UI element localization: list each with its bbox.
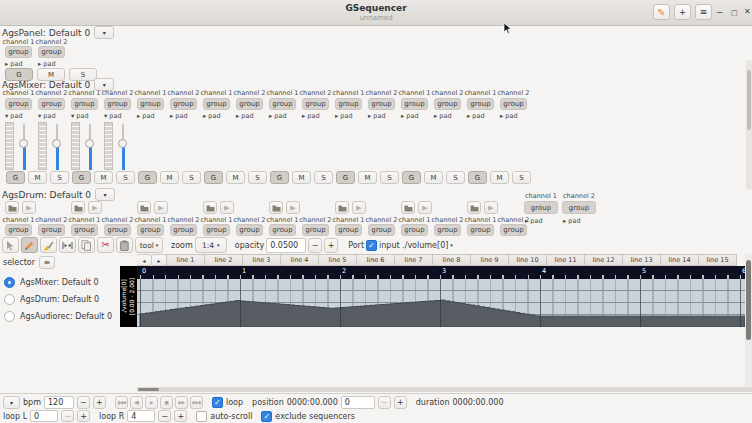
mixer-group-toggle[interactable]: G [204,171,223,184]
mixer-pad-expander[interactable]: ▸ pad [269,112,287,120]
tab-scroll-right-button[interactable]: ▸ [151,254,167,266]
drum-group-button[interactable]: group [236,224,263,236]
loop-right-decrease-button[interactable]: − [158,410,171,422]
mixer-mute-toggle[interactable]: M [358,171,377,184]
volume-slider[interactable] [51,122,64,172]
mixer-group-toggle[interactable]: G [72,171,91,184]
mixer-pad-expander[interactable]: ▸ pad [236,112,254,120]
mixer-group-button[interactable]: group [38,98,65,110]
bpm-input[interactable]: 120 [44,396,74,409]
volume-slider-handle[interactable] [19,139,28,148]
line-tab[interactable]: line 14 [660,254,699,266]
drum-play-button[interactable]: ▶ [418,201,432,214]
panel-group-button[interactable]: group [38,46,65,58]
selector-machine-item[interactable]: AgsMixer: Default 0 [4,274,112,291]
panel-pad-expander[interactable]: ▸ pad [38,60,56,68]
skip-forward-button[interactable]: ▶▶▮ [190,396,203,409]
line-tab[interactable]: line 15 [698,254,737,266]
drum-play-button[interactable]: ▶ [22,201,36,214]
mixer-group-button[interactable]: group [467,98,494,110]
mixer-group-button[interactable]: group [434,98,461,110]
minimize-button[interactable]: − [716,6,724,18]
drum-play-button[interactable]: ▶ [88,201,102,214]
mixer-group-button[interactable]: group [302,98,329,110]
drum-output-group-button[interactable]: group [524,201,558,214]
mixer-group-toggle[interactable]: G [270,171,289,184]
port-checkbox[interactable]: ✓ [366,240,377,251]
automation-edit-area[interactable] [137,279,745,327]
machine-radio[interactable] [4,277,15,288]
drum-open-button[interactable] [203,201,217,214]
close-button[interactable]: ✕ [744,6,751,18]
mixer-group-button[interactable]: group [269,98,296,110]
panel-group-button[interactable]: group [5,46,32,58]
line-tab[interactable]: line 5 [318,254,357,266]
navigation-expander-button[interactable]: ▾ [3,396,20,409]
titlebar[interactable]: GSequencer unnamed ✎ + ≡ − □ ✕ [0,0,752,26]
paste-button[interactable] [116,237,133,253]
drum-group-button[interactable]: group [302,224,329,236]
cut-button[interactable]: ✂ [97,237,114,253]
mixer-group-toggle[interactable]: G [6,171,25,184]
mixer-pad-expander[interactable]: ▸ pad [500,112,518,120]
mixer-group-button[interactable]: group [137,98,164,110]
line-tab[interactable]: line 11 [546,254,585,266]
line-tab[interactable]: line 13 [622,254,661,266]
line-tab[interactable]: line 10 [508,254,547,266]
mixer-mute-toggle[interactable]: M [28,171,47,184]
panel-menu-dropdown[interactable]: ▾ [94,26,114,39]
mixer-group-toggle[interactable]: G [468,171,487,184]
mixer-solo-toggle[interactable]: S [248,171,267,184]
mixer-pad-expander[interactable]: ▸ pad [467,112,485,120]
mixer-group-toggle[interactable]: G [138,171,157,184]
loop-right-increase-button[interactable]: + [174,410,187,422]
drum-open-button[interactable] [71,201,85,214]
mixer-group-button[interactable]: group [71,98,98,110]
mixer-mute-toggle[interactable]: M [424,171,443,184]
copy-button[interactable] [78,237,95,253]
position-tool-button[interactable] [2,237,19,253]
line-tab[interactable]: line 7 [394,254,433,266]
drum-play-button[interactable]: ▶ [154,201,168,214]
loop-left-input[interactable]: 0 [30,410,58,422]
line-tab[interactable]: line 4 [280,254,319,266]
opacity-input[interactable]: 0.0500 [266,238,306,253]
position-increase-button[interactable]: + [394,396,407,409]
bpm-increase-button[interactable]: + [93,396,106,409]
mixer-group-button[interactable]: group [104,98,131,110]
mixer-group-button[interactable]: group [170,98,197,110]
volume-slider-handle[interactable] [118,139,127,148]
volume-slider-handle[interactable] [52,139,61,148]
drum-group-button[interactable]: group [104,224,131,236]
drum-group-button[interactable]: group [467,224,494,236]
mixer-group-toggle[interactable]: G [402,171,421,184]
position-input[interactable]: 0 [341,396,375,409]
mixer-solo-toggle[interactable]: S [446,171,465,184]
machine-radio[interactable] [4,311,15,322]
panel-pad-expander[interactable]: ▸ pad [5,60,23,68]
drum-open-button[interactable] [5,201,19,214]
add-machine-button[interactable]: + [674,4,691,20]
drum-output-pad-expander[interactable]: ▸ pad [563,217,581,225]
machine-area-scrollbar[interactable] [746,60,752,190]
mixer-pad-expander[interactable]: ▸ pad [434,112,452,120]
mixer-pad-expander[interactable]: ▸ pad [335,112,353,120]
mixer-pad-expander[interactable]: ▾ pad [38,112,56,120]
mixer-group-button[interactable]: group [368,98,395,110]
tab-scroll-left-button[interactable]: ◂ [137,254,152,266]
mixer-group-button[interactable]: group [236,98,263,110]
menu-button[interactable]: ≡ [695,4,712,20]
mixer-solo-toggle[interactable]: S [50,171,69,184]
opacity-increase-button[interactable]: + [324,238,338,253]
mixer-pad-expander[interactable]: ▸ pad [401,112,419,120]
line-tab[interactable]: line 6 [356,254,395,266]
drum-open-button[interactable] [137,201,151,214]
mixer-mute-toggle[interactable]: M [490,171,509,184]
mixer-pad-expander[interactable]: ▾ pad [71,112,89,120]
port-dropdown-arrow[interactable]: ▾ [450,242,453,248]
editor-horizontal-scrollbar[interactable] [137,387,752,392]
line-tab[interactable]: line 8 [432,254,471,266]
drum-group-button[interactable]: group [500,224,527,236]
notation-edit-button[interactable]: ✎ [653,4,670,20]
drum-group-button[interactable]: group [401,224,428,236]
